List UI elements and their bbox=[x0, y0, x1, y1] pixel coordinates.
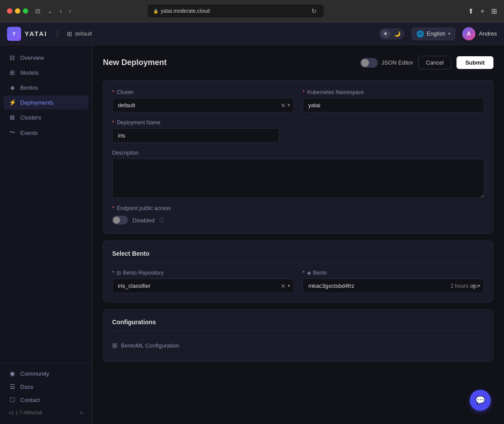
sidebar-item-overview[interactable]: ⊟ Overview bbox=[4, 51, 88, 65]
json-editor-label: JSON Editor bbox=[381, 59, 413, 66]
clusters-icon: ⊠ bbox=[9, 114, 16, 121]
avatar: A bbox=[462, 27, 475, 40]
sidebar-label-community: Community bbox=[20, 370, 49, 377]
version-row: v1.1.7-488e8a8 « bbox=[4, 406, 88, 418]
theme-light-button[interactable]: ☀ bbox=[380, 29, 391, 38]
back-button[interactable]: ‹ bbox=[58, 7, 64, 15]
info-icon[interactable]: ⓘ bbox=[159, 217, 164, 224]
sidebar-item-bentos[interactable]: ◈ Bentos bbox=[4, 80, 88, 94]
cluster-chevron-icon[interactable]: ▾ bbox=[288, 102, 290, 108]
close-button[interactable] bbox=[7, 8, 12, 14]
deployment-name-row: * Deployment Name bbox=[112, 120, 484, 143]
cluster-select-wrapper: default ✕ ▾ bbox=[112, 98, 294, 112]
sidebar-label-overview: Overview bbox=[20, 54, 44, 61]
browser-chrome: ⊟ ⌄ ‹ › 🔒 yatai.moderate.cloud ↻ ⬆ ＋ ⊞ bbox=[0, 0, 504, 22]
theme-toggle: ☀ 🌙 bbox=[379, 28, 405, 40]
endpoint-status: Disabled bbox=[132, 217, 155, 224]
sidebar: ⊟ Overview ⊞ Models ◈ Bentos ⚡ Deploymen… bbox=[0, 45, 92, 424]
endpoint-access-label: * Endpoint public access bbox=[112, 205, 484, 211]
cluster-value: default bbox=[118, 102, 135, 109]
app-header: Y YATAI | ⊞ default ☀ 🌙 🌐 English ▾ A An… bbox=[0, 22, 504, 45]
cluster-select[interactable]: default bbox=[112, 98, 294, 112]
header-context: ⊞ default bbox=[67, 30, 92, 37]
sidebar-label-events: Events bbox=[20, 130, 38, 136]
page-header: New Deployment JSON Editor Cancel Submit bbox=[103, 56, 493, 69]
logo-text: YATAI bbox=[25, 30, 47, 37]
community-icon: ◉ bbox=[9, 370, 16, 377]
deployment-name-group: * Deployment Name bbox=[112, 120, 484, 143]
namespace-group: * Kubernetes Namespace bbox=[303, 89, 484, 112]
sidebar-item-community[interactable]: ◉ Community bbox=[4, 367, 88, 380]
sidebar-label-contact: Contact bbox=[20, 397, 40, 403]
namespace-required: * bbox=[303, 89, 305, 95]
cluster-clear-icon[interactable]: ✕ bbox=[281, 102, 286, 109]
endpoint-required: * bbox=[112, 205, 114, 211]
overview-icon: ⊟ bbox=[9, 54, 16, 61]
user-name: Andres bbox=[479, 30, 497, 37]
sidebar-item-deployments[interactable]: ⚡ Deployments bbox=[4, 95, 88, 109]
theme-dark-button[interactable]: 🌙 bbox=[391, 29, 403, 38]
language-selector[interactable]: 🌐 English ▾ bbox=[412, 28, 455, 40]
deployment-name-label: * Deployment Name bbox=[112, 120, 484, 126]
deployments-icon: ⚡ bbox=[9, 99, 16, 106]
events-icon: 〜 bbox=[9, 129, 16, 137]
user-profile[interactable]: A Andres bbox=[462, 27, 497, 40]
collapse-button[interactable]: « bbox=[80, 409, 83, 416]
sidebar-item-docs[interactable]: ☰ Docs bbox=[4, 380, 88, 393]
sidebar-label-deployments: Deployments bbox=[20, 99, 54, 106]
share-button[interactable]: ⬆ bbox=[468, 7, 474, 15]
bento-select-wrapper: mkac3gxctsbd4frz 2 hours ago ✕ ▾ bbox=[303, 279, 484, 293]
description-label: Description bbox=[112, 150, 484, 156]
logo-icon: Y bbox=[7, 27, 21, 41]
endpoint-toggle-row: Disabled ⓘ bbox=[112, 216, 484, 225]
sidebar-item-models[interactable]: ⊞ Models bbox=[4, 65, 88, 80]
sidebar-label-clusters: Clusters bbox=[20, 114, 41, 121]
description-group: Description bbox=[112, 150, 484, 198]
bentoml-config-icon: ⊞ bbox=[112, 342, 117, 349]
bento-repo-value: iris_classifier bbox=[118, 283, 150, 289]
bento-col: * ◈ Bento mkac3gxctsbd4frz 2 hours ago ✕ bbox=[303, 270, 484, 293]
bentoml-config-label: BentoML Configuration bbox=[121, 342, 179, 349]
bento-clear-icon[interactable]: ✕ bbox=[471, 283, 476, 290]
bento-select[interactable]: mkac3gxctsbd4frz 2 hours ago bbox=[303, 279, 484, 293]
chevron-down[interactable]: ⌄ bbox=[46, 7, 55, 15]
bento-repo-chevron-icon[interactable]: ▾ bbox=[288, 283, 290, 289]
cancel-button[interactable]: Cancel bbox=[418, 56, 451, 69]
refresh-button[interactable]: ↻ bbox=[310, 7, 318, 15]
grid-button[interactable]: ⊞ bbox=[491, 7, 497, 15]
bento-repo-clear-icon[interactable]: ✕ bbox=[281, 283, 286, 290]
json-editor-toggle: JSON Editor bbox=[360, 58, 413, 68]
chat-button[interactable]: 💬 bbox=[470, 390, 491, 411]
bentoml-config-row[interactable]: ⊞ BentoML Configuration bbox=[112, 338, 484, 352]
new-tab-button[interactable]: ＋ bbox=[479, 7, 486, 16]
bento-chevron-icon[interactable]: ▾ bbox=[478, 283, 481, 289]
address-bar[interactable]: 🔒 yatai.moderate.cloud ↻ bbox=[148, 4, 324, 18]
browser-actions: ⬆ ＋ ⊞ bbox=[468, 7, 497, 16]
context-label: default bbox=[75, 30, 92, 37]
select-bento-card: Select Bento * ⊟ Bento Repository iris_c… bbox=[103, 241, 493, 302]
logo-area: Y YATAI bbox=[7, 27, 47, 41]
endpoint-access-toggle[interactable] bbox=[112, 216, 128, 225]
forward-button[interactable]: › bbox=[67, 7, 73, 15]
cluster-required: * bbox=[112, 89, 114, 95]
json-editor-switch[interactable] bbox=[360, 58, 378, 68]
cluster-label: * Cluster bbox=[112, 89, 294, 95]
sidebar-toggle[interactable]: ⊟ bbox=[33, 7, 42, 15]
configurations-card: Configurations ⊞ BentoML Configuration bbox=[103, 309, 493, 362]
version-text: v1.1.7-488e8a8 bbox=[9, 410, 42, 415]
bento-label: * ◈ Bento bbox=[303, 270, 484, 276]
sidebar-item-clusters[interactable]: ⊠ Clusters bbox=[4, 110, 88, 124]
description-textarea[interactable] bbox=[112, 159, 484, 198]
maximize-button[interactable] bbox=[23, 8, 28, 14]
deployment-name-input[interactable] bbox=[112, 128, 279, 143]
minimize-button[interactable] bbox=[15, 8, 20, 14]
sidebar-item-contact[interactable]: ☐ Contact bbox=[4, 393, 88, 406]
namespace-input[interactable] bbox=[303, 98, 484, 112]
url-text: yatai.moderate.cloud bbox=[161, 8, 210, 14]
bento-repo-required: * bbox=[112, 270, 114, 276]
bento-repository-select[interactable]: iris_classifier bbox=[112, 279, 294, 293]
submit-button[interactable]: Submit bbox=[457, 56, 493, 69]
sidebar-item-events[interactable]: 〜 Events bbox=[4, 125, 88, 140]
sidebar-label-docs: Docs bbox=[20, 384, 33, 390]
sidebar-bottom: ◉ Community ☰ Docs ☐ Contact v1.1.7-488e… bbox=[0, 363, 92, 422]
